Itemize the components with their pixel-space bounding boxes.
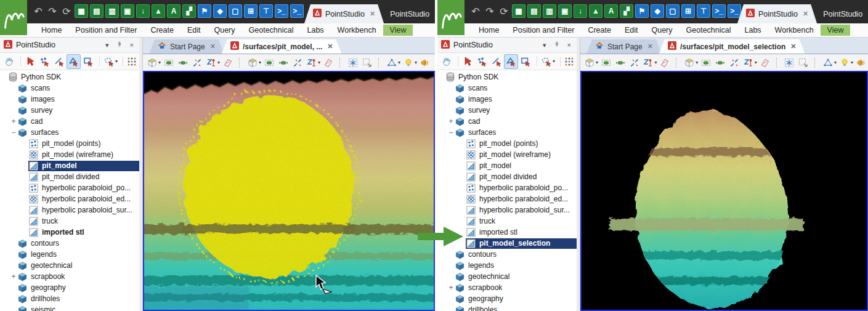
z-level-dropdown-icon[interactable]: ▾: [217, 60, 220, 65]
app-tab-pointstudio[interactable]: PointStudio✕: [304, 4, 384, 23]
lighting-dropdown-icon[interactable]: ▾: [415, 60, 417, 65]
fit-arrows-button[interactable]: [277, 56, 290, 70]
menu-tab-query[interactable]: Query: [207, 25, 241, 36]
app-tab-pointstudio[interactable]: PointStudio: [384, 4, 435, 23]
select-arrow-button[interactable]: [23, 54, 38, 69]
solid-model-icon[interactable]: ◆: [651, 4, 664, 18]
menu-tab-create[interactable]: Create: [581, 25, 618, 36]
fit-box-button[interactable]: [162, 56, 176, 70]
import-data-icon[interactable]: ↓: [574, 4, 587, 18]
select-points-button[interactable]: [38, 54, 52, 69]
menu-tab-edit[interactable]: Edit: [618, 25, 645, 36]
expander-icon[interactable]: +: [10, 117, 17, 126]
select-polygon-button[interactable]: [504, 54, 519, 69]
snowflake-box-button[interactable]: [783, 56, 797, 70]
view-orientation-button[interactable]: [583, 56, 596, 70]
select-line-button[interactable]: [489, 54, 504, 69]
report-view-icon[interactable]: ▣: [558, 4, 572, 18]
clip-plane-button[interactable]: [758, 56, 772, 70]
report-view-icon[interactable]: ▣: [121, 4, 134, 18]
select-line-button[interactable]: [52, 54, 67, 69]
fit-box-button[interactable]: [262, 56, 276, 70]
marker-pin-icon[interactable]: ⚑: [635, 4, 649, 18]
select-lasso-button[interactable]: [102, 54, 116, 69]
panel-close-icon[interactable]: ×: [566, 41, 573, 49]
z-level-dropdown-icon[interactable]: ▾: [318, 60, 320, 65]
tree-item-python-sdk[interactable]: Python SDK: [0, 71, 139, 83]
tree-item-hyperbolic-paraboloid-sur[interactable]: hyperbolic paraboloid_sur...: [437, 204, 577, 216]
axis-arrows-button[interactable]: [291, 56, 304, 70]
select-lasso-dropdown-icon[interactable]: ▾: [115, 59, 118, 64]
dashed-select-button[interactable]: [797, 56, 810, 70]
tree-item-legends[interactable]: legends: [0, 249, 139, 260]
fit-arrows-button[interactable]: [713, 56, 727, 70]
redo-icon[interactable]: ↷: [46, 5, 59, 17]
tree-item-scans[interactable]: scans: [0, 83, 139, 94]
3d-view-canvas[interactable]: [143, 71, 435, 311]
snowflake-box-button[interactable]: [346, 56, 360, 70]
plotter-icon[interactable]: ⊤: [697, 4, 710, 18]
select-rectangle-button[interactable]: [518, 54, 533, 69]
hierarchy-icon[interactable]: ▞: [182, 4, 196, 18]
dashed-select-button[interactable]: [360, 56, 374, 70]
view-tab-start-page[interactable]: Start Page✕: [149, 39, 224, 54]
tree-item-truck[interactable]: truck: [0, 216, 139, 227]
tree-item-legends[interactable]: legends: [437, 260, 577, 271]
tree-item-hyperbolic-paraboloid-ed[interactable]: hyperbolic paraboloid_ed...: [0, 193, 139, 204]
view-orientation-button[interactable]: [683, 56, 696, 70]
select-arrow-button[interactable]: [460, 54, 475, 69]
menu-tab-view[interactable]: View: [821, 25, 851, 36]
tree-item-hyperbolic-paraboloid-sur[interactable]: hyperbolic paraboloid_sur...: [0, 204, 139, 216]
filter-points-button[interactable]: [562, 54, 577, 69]
windows-app-icon[interactable]: ⊞: [681, 4, 695, 18]
z-level-button[interactable]: [205, 56, 218, 70]
menu-tab-home[interactable]: Home: [472, 25, 506, 36]
fit-arrows-button[interactable]: [176, 56, 190, 70]
tree-item-seismic[interactable]: seismic: [0, 304, 139, 311]
menu-tab-position-and-filter[interactable]: Position and Filter: [506, 25, 581, 36]
tree-item-cad[interactable]: +cad: [0, 116, 139, 127]
fit-box-button[interactable]: [599, 56, 613, 70]
tab-close-icon[interactable]: ✕: [210, 42, 216, 50]
sync-icon[interactable]: ⟳: [498, 5, 510, 17]
table-view-icon[interactable]: ▤: [90, 4, 103, 18]
text-annotation-icon[interactable]: A: [604, 4, 618, 18]
redo-icon[interactable]: ↷: [484, 5, 496, 17]
tree-item-truck[interactable]: truck: [437, 216, 577, 227]
tree-item-scrapbook[interactable]: +scrapbook: [0, 271, 139, 282]
panel-menu-chevron-icon[interactable]: ▾: [541, 41, 548, 49]
plotter-icon[interactable]: ⊤: [259, 4, 273, 18]
tree-item-pit-model-divided[interactable]: pit_model divided: [0, 171, 139, 182]
tab-close-icon[interactable]: ✕: [790, 42, 796, 50]
app-tab-pointstudio[interactable]: PointStudio: [817, 4, 868, 23]
sketch-document-icon[interactable]: ▢: [666, 4, 679, 18]
select-polygon-button[interactable]: [67, 54, 81, 69]
tree-item-geotechnical[interactable]: geotechnical: [0, 260, 139, 271]
fit-arrows-button[interactable]: [614, 56, 627, 70]
panel-menu-chevron-icon[interactable]: ▾: [103, 41, 111, 49]
tree-item-imported-stl[interactable]: imported stl: [0, 227, 139, 238]
fit-box-button[interactable]: [699, 56, 713, 70]
menu-tab-home[interactable]: Home: [34, 25, 68, 36]
tree-item-surfaces[interactable]: −surfaces: [0, 127, 139, 138]
3d-view-canvas[interactable]: [580, 71, 868, 311]
tab-close-icon[interactable]: ✕: [803, 10, 808, 18]
view-tab-surfaces-pit-model-selection[interactable]: /surfaces/pit_model_selection✕: [659, 39, 805, 54]
expander-icon[interactable]: +: [10, 272, 17, 281]
tab-close-icon[interactable]: ✕: [327, 42, 333, 50]
tree-item-scrapbook[interactable]: +scrapbook: [437, 282, 577, 293]
tree-item-contours[interactable]: contours: [0, 238, 139, 249]
menu-tab-position-and-filter[interactable]: Position and Filter: [68, 25, 144, 36]
tab-close-icon[interactable]: ✕: [370, 10, 375, 18]
undo-icon[interactable]: ↶: [32, 5, 44, 17]
tree-item-images[interactable]: images: [0, 94, 139, 105]
expander-icon[interactable]: +: [447, 283, 455, 292]
z-level-button[interactable]: [642, 56, 655, 70]
tree-item-scans[interactable]: scans: [437, 83, 577, 94]
select-rectangle-button[interactable]: [81, 54, 95, 69]
cad-display-dropdown-icon[interactable]: ▾: [834, 60, 837, 65]
filter-points-button[interactable]: [125, 54, 140, 69]
axis-arrows-button[interactable]: [190, 56, 204, 70]
tree-item-pit-model[interactable]: pit_model: [0, 160, 139, 171]
marker-pin-icon[interactable]: ⚑: [198, 4, 211, 18]
